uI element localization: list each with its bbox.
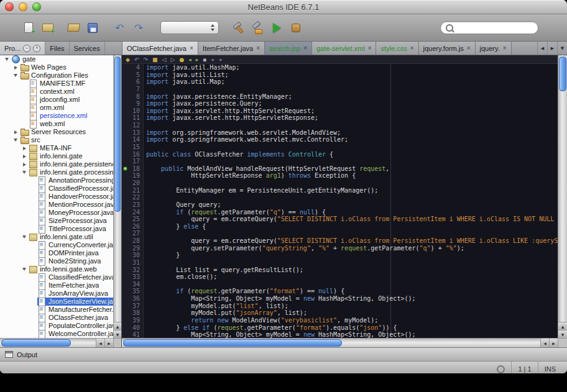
find-selection-icon[interactable]: ■: [152, 56, 158, 63]
tab-close-icon[interactable]: ×: [368, 42, 372, 55]
configuration-combobox[interactable]: [160, 21, 219, 34]
tree-item-node2string-java[interactable]: Node2String.java: [0, 257, 113, 265]
close-window-button[interactable]: [5, 2, 14, 11]
redo-button[interactable]: ↷: [131, 21, 146, 35]
tree-item-meta-inf[interactable]: META-INF: [0, 144, 113, 152]
scroll-left-icon[interactable]: ◀: [540, 339, 549, 347]
scroll-up-icon[interactable]: ▲: [558, 322, 567, 330]
panel-tab-files[interactable]: Files: [45, 42, 69, 55]
tree-item-server-resources[interactable]: Server Resources: [0, 128, 113, 136]
tree-item-sizeprocessor-java[interactable]: SizeProcessor.java: [0, 217, 113, 225]
next-bookmark-icon[interactable]: ▸: [196, 56, 199, 63]
tree-item-jdoconfig-xml[interactable]: jdoconfig.xml: [0, 96, 113, 104]
clean-build-button[interactable]: [250, 21, 265, 35]
tree-item-oclassfetcher-java[interactable]: OClassFetcher.java: [0, 314, 113, 322]
zoom-window-button[interactable]: [32, 2, 41, 11]
editor-tab-jquery[interactable]: jquery.×: [476, 42, 512, 55]
previous-bookmark-icon[interactable]: ◂: [188, 56, 191, 63]
scroll-right-icon[interactable]: ▶: [104, 339, 113, 347]
implements-badge-icon[interactable]: [123, 166, 127, 171]
minimize-window-button[interactable]: [19, 2, 27, 11]
undo-button[interactable]: ↶: [112, 21, 127, 35]
tree-expander-open-icon[interactable]: [20, 268, 29, 271]
tree-item-classifiedprocessor-java[interactable]: ClassifiedProcessor.java: [0, 185, 113, 193]
tree-expander-closed-icon[interactable]: [11, 130, 20, 134]
tree-item-moneyprocessor-java[interactable]: MoneyProcessor.java: [0, 209, 113, 217]
tree-expander-closed-icon[interactable]: [11, 66, 20, 70]
code-editor[interactable]: 4567891011121314151617181920212223242526…: [122, 64, 558, 338]
quick-search-field[interactable]: [440, 21, 538, 34]
tree-item-persistence-xml[interactable]: persistence.xml: [0, 112, 113, 120]
shift-right-icon[interactable]: »: [219, 56, 223, 63]
scroll-left-icon[interactable]: ◀: [96, 339, 104, 347]
last-edit-icon[interactable]: ◆: [126, 56, 130, 63]
output-panel-header[interactable]: Output: [0, 347, 567, 361]
tree-item-populatecontroller-java[interactable]: PopulateController.java: [0, 322, 113, 330]
toggle-bookmark-icon[interactable]: ▪: [203, 56, 206, 63]
close-window-icon[interactable]: ×: [33, 45, 40, 52]
editor-hscroll-thumb[interactable]: [123, 339, 342, 347]
panel-tab-services[interactable]: Services: [70, 42, 105, 55]
scroll-right-icon[interactable]: ▶: [549, 339, 558, 347]
new-project-button[interactable]: [40, 21, 55, 35]
tab-close-icon[interactable]: ×: [410, 42, 414, 55]
tree-hscroll-thumb[interactable]: [1, 339, 71, 347]
tree-expander-closed-icon[interactable]: [20, 163, 29, 166]
tree-expander-open-icon[interactable]: [20, 235, 29, 239]
tree-item-domprinter-java[interactable]: DOMPrinter.java: [0, 249, 113, 257]
tree-expander-closed-icon[interactable]: [20, 155, 29, 158]
debug-project-button[interactable]: [288, 21, 303, 35]
tree-item-info-lenni-gate-persistence[interactable]: info.lenni.gate.persistence: [0, 160, 113, 168]
forward-icon[interactable]: ↷: [143, 56, 148, 63]
new-file-button[interactable]: [21, 21, 36, 35]
open-project-button[interactable]: [66, 21, 81, 35]
search-input[interactable]: [456, 24, 533, 32]
toggle-highlight-icon[interactable]: ●: [179, 56, 184, 63]
tree-item-jsonserializerview-java[interactable]: JsonSerializerView.java: [0, 298, 113, 306]
tabs-scroll-right-icon[interactable]: ▶: [547, 42, 557, 55]
editor-tab-itemfetcher-java[interactable]: ItemFetcher.java×: [198, 42, 265, 55]
tree-item-context-xml[interactable]: context.xml: [0, 88, 113, 96]
find-previous-icon[interactable]: ◁: [162, 56, 167, 63]
tree-expander-open-icon[interactable]: [2, 58, 11, 61]
save-all-button[interactable]: [85, 21, 100, 35]
editor-vertical-scrollbar[interactable]: ▲ ▼: [558, 55, 567, 338]
tree-item-web-xml[interactable]: web.xml: [0, 120, 113, 128]
tabs-scroll-left-icon[interactable]: ◀: [537, 42, 547, 55]
minimize-window-icon[interactable]: –: [23, 45, 30, 52]
tree-item-info-lenni-gate-util[interactable]: info.lenni.gate.util: [0, 233, 113, 241]
tree-item-mentionprocessor-java[interactable]: MentionProcessor.java: [0, 201, 113, 209]
tree-item-manifest-mf[interactable]: MANIFEST.MF: [0, 80, 113, 88]
panel-tab-pro[interactable]: Pro...–×: [0, 42, 45, 55]
tree-item-currencyconverter-java[interactable]: CurrencyConverter.java: [0, 241, 113, 249]
tree-item-src[interactable]: src: [0, 136, 113, 144]
tree-item-manufacturerfetcher-java[interactable]: ManufacturerFetcher.java: [0, 306, 113, 314]
tree-vscroll-thumb[interactable]: [114, 57, 121, 212]
editor-tab-oclassfetcher-java[interactable]: OClassFetcher.java×: [122, 42, 198, 55]
tree-horizontal-scrollbar[interactable]: ◀ ▶: [0, 338, 113, 347]
tree-item-classifiedfetcher-java[interactable]: ClassifiedFetcher.java: [0, 273, 113, 281]
shift-left-icon[interactable]: «: [211, 56, 214, 63]
scroll-down-icon[interactable]: ▼: [558, 330, 567, 338]
tree-item-orm-xml[interactable]: orm.xml: [0, 104, 113, 112]
tree-item-info-lenni-gate[interactable]: info.lenni.gate: [0, 152, 113, 160]
code-lines[interactable]: import java.util.HashMap;import java.uti…: [146, 64, 558, 338]
tree-item-titleprocessor-java[interactable]: TitleProcessor.java: [0, 225, 113, 233]
editor-vscroll-thumb[interactable]: [559, 57, 566, 91]
run-project-button[interactable]: [269, 21, 284, 35]
scroll-up-icon[interactable]: ▲: [114, 322, 121, 330]
tabs-list-icon[interactable]: ▼: [557, 42, 567, 55]
tree-item-handoverprocessor-java[interactable]: HandoverProcessor.java: [0, 193, 113, 201]
tree-item-itemfetcher-java[interactable]: ItemFetcher.java: [0, 281, 113, 289]
find-next-icon[interactable]: ▷: [170, 56, 175, 63]
editor-horizontal-scrollbar[interactable]: ◀ ▶: [122, 338, 558, 347]
tree-item-jsonarrayview-java[interactable]: JsonArrayView.java: [0, 289, 113, 298]
tree-item-annotationprocessingfactory-java[interactable]: AnnotationProcessingFactory.java: [0, 176, 113, 185]
editor-tab-gate-servlet-xml[interactable]: gate-servlet.xml×: [312, 42, 376, 55]
tree-item-web-pages[interactable]: Web Pages: [0, 63, 113, 71]
editor-tab-search-jsp[interactable]: search.jsp×: [265, 42, 312, 55]
tree-item-info-lenni-gate-web[interactable]: info.lenni.gate.web: [0, 265, 113, 273]
tab-close-icon[interactable]: ×: [190, 42, 193, 55]
tree-item-info-lenni-gate-processing[interactable]: info.lenni.gate.processing: [0, 168, 113, 176]
tab-close-icon[interactable]: ×: [467, 42, 471, 55]
